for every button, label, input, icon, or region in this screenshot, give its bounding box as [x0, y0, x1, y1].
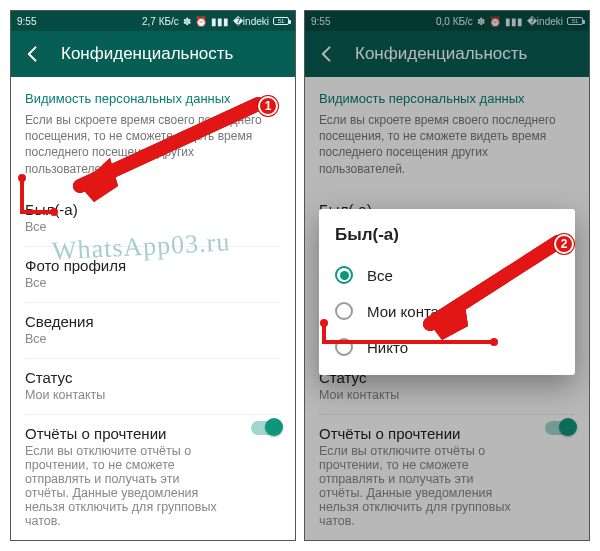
- item-photo-title: Фото профиля: [25, 257, 281, 274]
- status-time: 9:55: [17, 16, 36, 27]
- bluetooth-icon: ✽: [477, 16, 485, 27]
- bluetooth-icon: ✽: [183, 16, 191, 27]
- alarm-icon: ⏰: [489, 16, 501, 27]
- item-photo[interactable]: Фото профиля Все: [25, 247, 281, 303]
- battery-level: 51: [567, 17, 583, 25]
- radio-icon: [335, 338, 353, 356]
- status-net: 0,0 КБ/с: [436, 16, 473, 27]
- item-read-sub: Если вы отключите отчёты о прочтении, то…: [319, 444, 519, 528]
- signal-icon: ▮▮▮: [505, 16, 523, 27]
- option-nobody[interactable]: Никто: [335, 329, 559, 365]
- signal-icon: ▮▮▮: [211, 16, 229, 27]
- item-photo-sub: Все: [25, 276, 281, 290]
- item-last-seen-title: Был(-а): [25, 201, 281, 218]
- item-status-sub: Мои контакты: [319, 388, 575, 402]
- option-label: Никто: [367, 339, 408, 356]
- wifi-icon: �indeki: [233, 16, 269, 27]
- status-bar: 9:55 0,0 КБ/с ✽ ⏰ ▮▮▮ �indeki 51: [305, 11, 589, 31]
- section-desc: Если вы скроете время своего последнего …: [25, 112, 281, 177]
- option-contacts[interactable]: Мои контакты: [335, 293, 559, 329]
- item-about-title: Сведения: [25, 313, 281, 330]
- status-indicators: 2,7 КБ/с ✽ ⏰ ▮▮▮ �indeki 51: [142, 16, 289, 27]
- read-receipts-toggle[interactable]: [545, 421, 575, 435]
- item-read-title: Отчёты о прочтении: [25, 425, 281, 442]
- item-read-receipts[interactable]: Отчёты о прочтении Если вы отключите отч…: [319, 415, 575, 540]
- alarm-icon: ⏰: [195, 16, 207, 27]
- battery-indicator: 51: [567, 17, 583, 25]
- status-bar: 9:55 2,7 КБ/с ✽ ⏰ ▮▮▮ �indeki 51: [11, 11, 295, 31]
- last-seen-dialog: Был(-а) Все Мои контакты Никто: [319, 209, 575, 375]
- section-desc: Если вы скроете время своего последнего …: [319, 112, 575, 177]
- item-read-sub: Если вы отключите отчёты о прочтении, то…: [25, 444, 225, 528]
- item-last-seen-sub: Все: [25, 220, 281, 234]
- item-status[interactable]: Статус Мои контакты: [25, 359, 281, 415]
- item-about[interactable]: Сведения Все: [25, 303, 281, 359]
- battery-level: 51: [273, 17, 289, 25]
- read-receipts-toggle[interactable]: [251, 421, 281, 435]
- app-header: Конфиденциальность: [305, 31, 589, 77]
- item-last-seen[interactable]: Был(-а) Все: [25, 191, 281, 247]
- phone-right: 9:55 0,0 КБ/с ✽ ⏰ ▮▮▮ �indeki 51 Конфиде…: [304, 10, 590, 541]
- item-about-sub: Все: [25, 332, 281, 346]
- item-status-title: Статус: [25, 369, 281, 386]
- wifi-icon: �indeki: [527, 16, 563, 27]
- header-title: Конфиденциальность: [355, 44, 527, 64]
- item-read-receipts[interactable]: Отчёты о прочтении Если вы отключите отч…: [25, 415, 281, 540]
- status-net: 2,7 КБ/с: [142, 16, 179, 27]
- item-status-sub: Мои контакты: [25, 388, 281, 402]
- phone-left: 9:55 2,7 КБ/с ✽ ⏰ ▮▮▮ �indeki 51 Конфиде…: [10, 10, 296, 541]
- section-title: Видимость персональных данных: [319, 91, 575, 106]
- header-title: Конфиденциальность: [61, 44, 233, 64]
- radio-icon: [335, 302, 353, 320]
- back-icon[interactable]: [23, 44, 43, 64]
- battery-indicator: 51: [273, 17, 289, 25]
- dialog-title: Был(-а): [335, 225, 559, 245]
- back-icon[interactable]: [317, 44, 337, 64]
- item-read-title: Отчёты о прочтении: [319, 425, 575, 442]
- option-label: Все: [367, 267, 393, 284]
- status-indicators: 0,0 КБ/с ✽ ⏰ ▮▮▮ �indeki 51: [436, 16, 583, 27]
- option-everyone[interactable]: Все: [335, 257, 559, 293]
- app-header: Конфиденциальность: [11, 31, 295, 77]
- status-time: 9:55: [311, 16, 330, 27]
- section-title: Видимость персональных данных: [25, 91, 281, 106]
- settings-content: Видимость персональных данных Если вы ск…: [11, 77, 295, 540]
- option-label: Мои контакты: [367, 303, 463, 320]
- radio-icon: [335, 266, 353, 284]
